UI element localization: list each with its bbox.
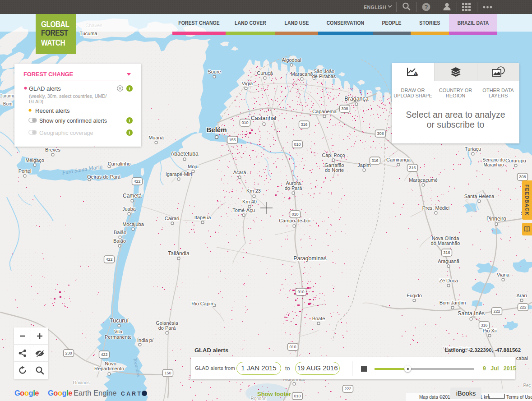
- svg-text:316: 316: [481, 323, 487, 327]
- svg-text:Fugido: Fugido: [407, 293, 422, 298]
- svg-text:Muaná: Muaná: [148, 135, 164, 140]
- svg-text:010: 010: [294, 142, 301, 147]
- svg-text:150: 150: [164, 371, 171, 375]
- svg-text:Curuçá: Curuçá: [257, 70, 273, 76]
- svg-text:Permanente: Permanente: [105, 334, 132, 340]
- svg-text:422: 422: [106, 257, 112, 262]
- svg-text:422: 422: [101, 352, 107, 357]
- svg-text:Pinheiro: Pinheiro: [486, 216, 506, 222]
- svg-text:Zé Doca: Zé Doca: [439, 278, 458, 283]
- svg-text:Portel: Portel: [19, 168, 32, 174]
- svg-text:Tomé-Açu: Tomé-Açu: [232, 207, 255, 213]
- svg-text:do Pará: do Pará: [285, 185, 302, 191]
- svg-text:Bragança: Bragança: [344, 96, 369, 102]
- svg-text:Paragominas: Paragominas: [293, 255, 327, 262]
- svg-text:Turiaçu: Turiaçu: [465, 146, 481, 152]
- svg-text:de Pirabas: de Pirabas: [312, 74, 336, 79]
- svg-text:Tailândia: Tailândia: [168, 250, 190, 257]
- svg-text:Maracanã: Maracanã: [291, 71, 314, 77]
- svg-text:422: 422: [134, 179, 140, 184]
- svg-text:010: 010: [289, 345, 296, 349]
- svg-text:222: 222: [493, 309, 500, 313]
- svg-text:i: i: [129, 118, 130, 123]
- svg-text:do Pará: do Pará: [158, 325, 176, 331]
- svg-text:308: 308: [377, 131, 384, 136]
- svg-text:Moju: Moju: [188, 164, 199, 169]
- svg-text:155: 155: [229, 138, 236, 142]
- svg-text:Pio Xii: Pio Xii: [482, 328, 496, 333]
- svg-text:Goianos: Goianos: [73, 380, 89, 385]
- svg-text:308: 308: [519, 175, 526, 179]
- svg-text:Serrano do: Serrano do: [482, 157, 505, 162]
- svg-text:010: 010: [294, 394, 301, 398]
- svg-text:Melgaço: Melgaço: [25, 157, 44, 163]
- svg-text:Acará: Acará: [233, 170, 247, 175]
- svg-text:Campo-de-boi: Campo-de-boi: [279, 218, 310, 223]
- svg-text:Índia p/: Índia p/: [137, 337, 154, 343]
- svg-text:Bom: Bom: [3, 101, 13, 106]
- svg-text:Oeiras do Pará: Oeiras do Pará: [87, 174, 121, 180]
- svg-text:i: i: [129, 86, 130, 91]
- svg-text:Tucuruí: Tucuruí: [110, 318, 129, 324]
- svg-text:316: 316: [301, 122, 307, 127]
- svg-text:010: 010: [241, 120, 248, 125]
- svg-text:do Norte: do Norte: [325, 167, 344, 173]
- svg-text:Curumu: Curumu: [0, 93, 15, 98]
- svg-text:Repartimento: Repartimento: [94, 366, 124, 371]
- svg-text:910: 910: [297, 290, 304, 294]
- svg-text:Igarapé-Miri: Igarapé-Miri: [166, 171, 192, 177]
- svg-text:cabal: cabal: [516, 355, 528, 361]
- svg-text:Santa Inês: Santa Inês: [458, 310, 485, 317]
- svg-text:Vigia: Vigia: [242, 81, 253, 86]
- svg-text:Cairari: Cairari: [165, 216, 179, 221]
- svg-text:Soure: Soure: [208, 69, 221, 74]
- svg-text:Km 40: Km 40: [242, 199, 257, 204]
- svg-text:Baião: Baião: [114, 230, 126, 235]
- svg-text:Curralinho: Curralinho: [108, 161, 131, 166]
- svg-text:Vila: Vila: [114, 329, 123, 334]
- svg-text:?: ?: [425, 4, 428, 10]
- svg-text:Mocajuba: Mocajuba: [122, 221, 144, 227]
- svg-text:i: i: [129, 130, 130, 135]
- svg-text:Algodoal: Algodoal: [282, 57, 301, 63]
- svg-text:Viana: Viana: [497, 272, 510, 277]
- svg-text:308: 308: [341, 106, 348, 111]
- svg-text:Belém: Belém: [206, 126, 227, 134]
- svg-text:Breves: Breves: [45, 147, 61, 152]
- svg-text:Abaetetuba: Abaetetuba: [171, 151, 199, 157]
- svg-text:010: 010: [291, 212, 298, 217]
- svg-text:Arari: Arari: [516, 293, 527, 298]
- svg-text:222: 222: [519, 305, 526, 309]
- svg-text:316: 316: [443, 250, 450, 255]
- svg-text:Cap. Poço: Cap. Poço: [322, 152, 345, 158]
- svg-text:do Maranhão: do Maranhão: [431, 240, 460, 246]
- svg-text:Araguanã: Araguanã: [438, 258, 460, 264]
- svg-text:Rio Capim: Rio Capim: [191, 301, 214, 306]
- svg-text:Cametá: Cametá: [123, 193, 142, 199]
- svg-text:!: !: [415, 72, 416, 75]
- svg-text:Maracaçumé: Maracaçumé: [409, 177, 438, 183]
- svg-text:316: 316: [371, 158, 378, 163]
- svg-text:Santa Helena: Santa Helena: [464, 194, 495, 199]
- svg-text:Boate: Boate: [312, 316, 325, 321]
- svg-text:222: 222: [344, 387, 351, 391]
- svg-text:Pres. Médici: Pres. Médici: [422, 205, 450, 211]
- svg-text:Juaba: Juaba: [122, 206, 136, 212]
- svg-text:Capanema: Capanema: [312, 109, 337, 114]
- svg-text:Peç: Peç: [523, 383, 531, 388]
- svg-text:Maranhão: Maranhão: [483, 162, 504, 167]
- svg-text:230: 230: [65, 351, 72, 355]
- svg-text:Japim: Japim: [357, 162, 370, 168]
- svg-text:Baião: Baião: [113, 238, 126, 244]
- svg-text:Bom Jardim: Bom Jardim: [439, 300, 466, 305]
- svg-text:Itapeua: Itapeua: [194, 215, 212, 220]
- svg-text:316: 316: [409, 166, 416, 170]
- svg-text:Km 23: Km 23: [246, 188, 261, 194]
- svg-text:Cururupu: Cururupu: [505, 158, 526, 163]
- svg-text:Camiranga: Camiranga: [386, 157, 411, 162]
- svg-text:Castanhal: Castanhal: [251, 115, 276, 121]
